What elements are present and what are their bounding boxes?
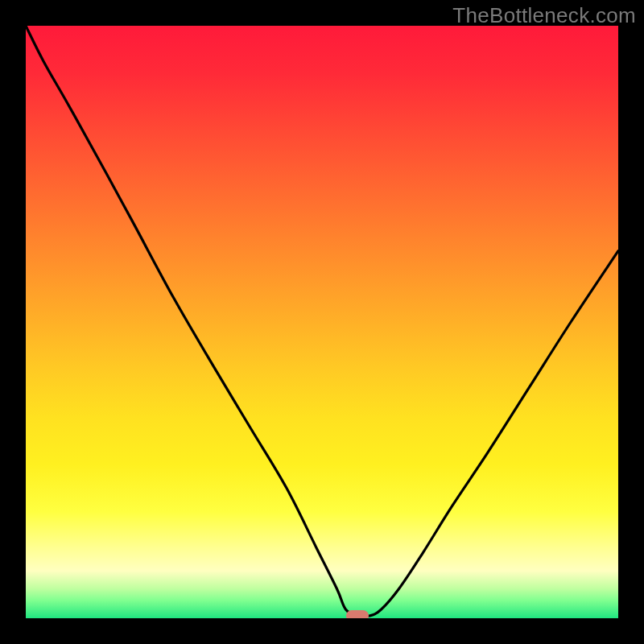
bottleneck-curve	[26, 26, 618, 617]
curve-svg	[26, 26, 618, 618]
chart-frame: TheBottleneck.com	[0, 0, 644, 644]
optimal-point-marker	[346, 610, 369, 618]
watermark-text: TheBottleneck.com	[452, 3, 636, 28]
plot-area	[26, 26, 618, 618]
